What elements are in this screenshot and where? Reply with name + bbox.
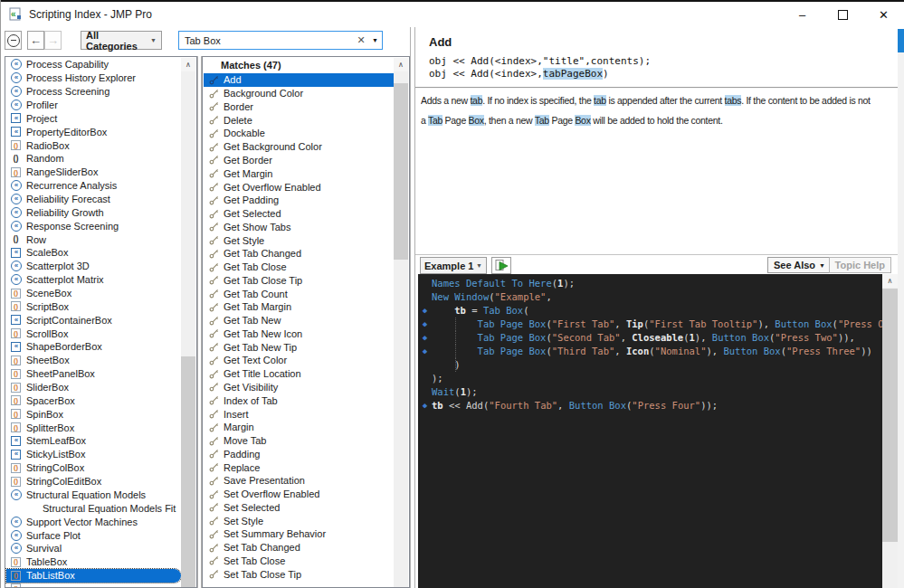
back-button[interactable]: ← bbox=[27, 31, 44, 50]
sidebar-item[interactable]: ()SplitterBox bbox=[6, 421, 181, 434]
sidebar-item[interactable]: «StemLeafBox bbox=[6, 434, 181, 448]
search-input[interactable]: Tab Box bbox=[179, 35, 221, 46]
match-item[interactable]: Get Tab New bbox=[204, 314, 394, 327]
match-item[interactable]: Get Visibility bbox=[204, 381, 394, 394]
match-item[interactable]: Get Selected bbox=[204, 207, 394, 221]
match-item[interactable]: Set Tab Changed bbox=[204, 541, 394, 555]
sidebar-item[interactable]: «Project bbox=[6, 111, 181, 125]
match-item[interactable]: Get Tab New Icon bbox=[204, 327, 394, 341]
match-item[interactable]: Set Tab Close bbox=[204, 555, 394, 568]
sidebar-item[interactable]: ()RangeSliderBox bbox=[6, 166, 181, 179]
search-dropdown-icon[interactable]: ▼ bbox=[368, 32, 382, 49]
match-item[interactable]: Get Tab Margin bbox=[204, 300, 394, 314]
sidebar-item[interactable]: ()ScriptBox bbox=[6, 299, 181, 313]
scrollbar-thumb[interactable] bbox=[394, 83, 408, 260]
match-item[interactable]: Get Text Color bbox=[204, 354, 394, 367]
match-item[interactable]: Set Summary Behavior bbox=[204, 527, 394, 541]
sidebar-item[interactable]: «StickyListBox bbox=[6, 448, 181, 461]
sidebar-item[interactable]: ()StringColBox bbox=[6, 461, 181, 475]
scroll-up-icon[interactable]: ∧ bbox=[181, 58, 195, 71]
match-item[interactable]: Move Tab bbox=[204, 434, 394, 448]
sidebar-item[interactable]: ()Random bbox=[6, 152, 181, 166]
match-item[interactable]: Get Tab Close Tip bbox=[204, 273, 394, 287]
match-item[interactable]: Get Tab Count bbox=[204, 287, 394, 300]
match-item[interactable]: Insert bbox=[204, 407, 394, 421]
see-also-button[interactable]: See Also ▼ bbox=[767, 257, 832, 273]
match-item[interactable]: Get Tab New Tip bbox=[204, 340, 394, 354]
sidebar-item[interactable]: «Surface Plot bbox=[6, 528, 181, 542]
match-item[interactable]: Get Title Location bbox=[204, 367, 394, 381]
sidebar-item[interactable]: ()Row bbox=[6, 232, 181, 246]
sidebar-item[interactable]: «ScaleBox bbox=[6, 246, 181, 260]
sidebar-item[interactable]: «Process History Explorer bbox=[6, 71, 181, 85]
match-item[interactable]: Get Tab Close bbox=[204, 261, 394, 274]
code-scrollbar[interactable]: ∧ bbox=[882, 274, 898, 588]
scrollbar-thumb[interactable] bbox=[181, 356, 195, 587]
detail-pane-scrollbar[interactable] bbox=[898, 29, 904, 588]
sidebar-item[interactable]: «Reliability Forecast bbox=[6, 193, 181, 206]
match-item[interactable]: Dockable bbox=[204, 127, 394, 140]
clear-search-icon[interactable]: ✕ bbox=[354, 34, 368, 46]
sidebar-item[interactable]: «Response Screening bbox=[6, 219, 181, 232]
scrollbar-thumb[interactable] bbox=[898, 29, 904, 52]
match-item[interactable]: Set Selected bbox=[204, 501, 394, 515]
sidebar-item[interactable]: ()RadioBox bbox=[6, 138, 181, 152]
maximize-button[interactable] bbox=[823, 2, 863, 27]
sidebar-item[interactable]: «Process Capability bbox=[6, 58, 181, 71]
sidebar-item[interactable]: ()SceneBox bbox=[6, 287, 181, 300]
sidebar-item[interactable]: ()StringColEditBox bbox=[6, 475, 181, 488]
match-item[interactable]: Get Padding bbox=[204, 194, 394, 207]
match-item[interactable]: Get Overflow Enabled bbox=[204, 180, 394, 194]
close-button[interactable]: ✕ bbox=[863, 2, 904, 27]
sidebar-item[interactable]: ()SliderBox bbox=[6, 381, 181, 394]
match-item[interactable]: Index of Tab bbox=[204, 394, 394, 407]
match-item[interactable]: Get Tab Changed bbox=[204, 247, 394, 261]
sidebar-item[interactable]: «Reliability Growth bbox=[6, 205, 181, 219]
category-dropdown[interactable]: All Categories ▼ bbox=[81, 31, 162, 50]
scrollbar-thumb[interactable] bbox=[882, 289, 898, 542]
sidebar-item[interactable]: ()SpinBox bbox=[6, 407, 181, 421]
scroll-up-icon[interactable]: ∧ bbox=[882, 274, 898, 288]
sidebar-item[interactable]: «Structural Equation Models bbox=[6, 488, 181, 502]
match-item[interactable]: Get Show Tabs bbox=[204, 220, 394, 233]
example-dropdown[interactable]: Example 1 ▼ bbox=[420, 257, 487, 274]
sidebar-item[interactable]: «ShapeBorderBox bbox=[6, 340, 181, 354]
sidebar-item[interactable]: ()ScrollBox bbox=[6, 327, 181, 340]
sidebar-item[interactable]: «Survival bbox=[6, 542, 181, 555]
sidebar-item[interactable]: «Scatterplot Matrix bbox=[6, 273, 181, 287]
sidebar-item[interactable]: ()SheetBox bbox=[6, 354, 181, 367]
match-item[interactable]: Border bbox=[204, 100, 394, 114]
match-item[interactable]: Save Presentation bbox=[204, 474, 394, 488]
match-item[interactable]: Set Style bbox=[204, 514, 394, 527]
sidebar-item[interactable]: ()TableBox bbox=[6, 555, 181, 569]
sidebar-item[interactable]: «PropertyEditorBox bbox=[6, 125, 181, 138]
match-item[interactable]: Padding bbox=[204, 447, 394, 460]
sidebar-item[interactable]: «Profiler bbox=[6, 99, 181, 112]
match-item[interactable]: Set Overflow Enabled bbox=[204, 488, 394, 501]
match-item[interactable]: Get Border bbox=[204, 154, 394, 167]
matches-scrollbar[interactable]: ∧ bbox=[394, 58, 408, 587]
match-item[interactable]: Get Style bbox=[204, 233, 394, 247]
sidebar-item[interactable]: «Support Vector Machines bbox=[6, 515, 181, 528]
match-item[interactable]: Get Margin bbox=[204, 166, 394, 180]
sidebar-item[interactable]: ()TabListBox bbox=[6, 569, 181, 583]
sidebar-item[interactable]: Structural Equation Models Fit bbox=[6, 501, 181, 515]
sidebar-item[interactable]: «ScriptContainerBox bbox=[6, 313, 181, 327]
minimize-button[interactable]: – bbox=[782, 2, 823, 27]
sidebar-item[interactable]: «Scatterplot 3D bbox=[6, 260, 181, 273]
match-item[interactable]: Replace bbox=[204, 460, 394, 474]
sidebar-item[interactable]: «Process Screening bbox=[6, 85, 181, 99]
search-box[interactable]: Tab Box ✕ ▼ bbox=[178, 31, 383, 50]
category-list-scrollbar[interactable]: ∧ bbox=[181, 58, 195, 587]
code-editor[interactable]: Names Default To Here(1);New Window("Exa… bbox=[418, 274, 882, 588]
topic-help-button[interactable]: Topic Help bbox=[829, 257, 891, 273]
sidebar-item[interactable]: () bbox=[6, 583, 181, 588]
forward-button[interactable]: → bbox=[44, 31, 62, 50]
run-script-button[interactable] bbox=[491, 257, 511, 274]
sidebar-item[interactable]: ()SpacerBox bbox=[6, 394, 181, 407]
match-item[interactable]: Add bbox=[204, 73, 394, 87]
match-item[interactable]: Delete bbox=[204, 113, 394, 127]
scroll-up-icon[interactable]: ∧ bbox=[394, 58, 408, 71]
collapse-button[interactable] bbox=[5, 31, 22, 50]
match-item[interactable]: Background Color bbox=[204, 87, 394, 100]
